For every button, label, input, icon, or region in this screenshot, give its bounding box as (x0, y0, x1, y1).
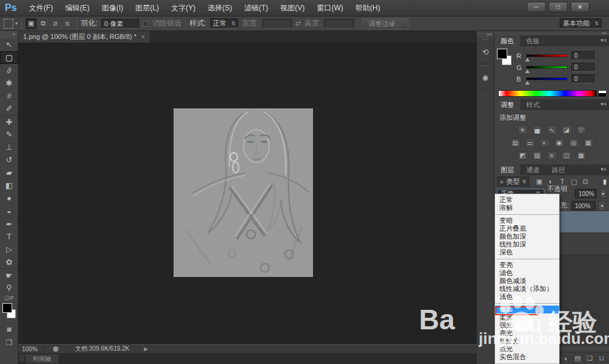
green-value-input[interactable]: 0 (571, 63, 594, 72)
crop-tool[interactable]: # (0, 89, 18, 102)
zoom-level[interactable]: 100% (18, 346, 44, 352)
fill-dropdown-icon[interactable]: ▾ (598, 201, 606, 211)
canvas-area[interactable] (18, 43, 477, 344)
color-balance-icon[interactable]: ⚌ (525, 138, 535, 147)
slider-thumb[interactable] (525, 69, 530, 73)
blend-mode-option[interactable]: 实色混合 (495, 353, 559, 361)
slider-thumb[interactable] (525, 58, 530, 61)
close-document-icon[interactable]: × (141, 31, 145, 43)
rectangular-marquee-tool[interactable]: ▢ (0, 51, 18, 64)
workspace-select[interactable]: 基本功能 ⇅ (560, 18, 602, 29)
filter-smart-objects-icon[interactable]: ⊡ (582, 177, 590, 186)
intersect-selection-button[interactable]: ⧅ (62, 18, 73, 29)
blend-mode-option[interactable]: 颜色减淡 (495, 277, 559, 285)
swap-dimensions-icon[interactable]: ⇄ (295, 19, 301, 27)
add-selection-button[interactable]: ⧉ (38, 18, 49, 29)
opacity-input[interactable]: 100% (575, 189, 596, 198)
blend-mode-option-overlay[interactable]: 叠加 (495, 306, 559, 313)
dock-expand-icon[interactable]: «« (477, 31, 494, 38)
height-input[interactable] (325, 19, 354, 29)
filter-pixel-layers-icon[interactable]: ▣ (535, 177, 543, 186)
menu-bar-item[interactable]: 视图(V) (274, 0, 311, 16)
foreground-color-swatch[interactable] (497, 49, 507, 59)
blend-mode-option[interactable]: 强光 (495, 321, 559, 329)
document-tab[interactable]: 1.png @ 100% (图层 0 副本, RGB/8) * × (18, 31, 150, 43)
menu-bar-item[interactable]: 图层(L) (129, 0, 165, 16)
slider-thumb[interactable] (525, 81, 530, 85)
black-white-icon[interactable]: ◐ (540, 138, 550, 147)
color-spectrum-ramp[interactable] (498, 90, 597, 97)
red-slider[interactable] (526, 54, 568, 57)
delete-layer-icon[interactable]: ⊔ (599, 354, 604, 362)
blend-mode-option[interactable]: 线性光 (495, 337, 559, 345)
menu-bar-item[interactable]: 图像(I) (96, 0, 129, 16)
hue-saturation-icon[interactable]: ▤ (510, 138, 521, 147)
move-tool[interactable]: ↖ (0, 38, 18, 51)
blend-mode-option[interactable]: 正常 (495, 196, 559, 204)
type-tool[interactable]: T (0, 230, 18, 243)
invert-icon[interactable]: ◩ (518, 151, 528, 160)
blend-mode-option[interactable]: 浅色 (495, 293, 559, 301)
eraser-tool[interactable]: ▰ (0, 166, 18, 179)
tab-layers[interactable]: 图层 (495, 164, 520, 175)
blend-mode-option[interactable]: 颜色加深 (495, 233, 559, 240)
history-brush-tool[interactable]: ↺ (0, 153, 18, 166)
opacity-dropdown-icon[interactable]: ▾ (600, 189, 607, 198)
blend-mode-option[interactable]: 变暗 (495, 217, 559, 225)
history-panel-button[interactable]: ⟲ (477, 42, 494, 64)
healing-brush-tool[interactable]: ✚ (0, 115, 18, 128)
style-select[interactable]: 正常 ⇅ (210, 18, 239, 29)
gradient-tool[interactable]: ◧ (0, 179, 18, 192)
layer-filter-type-select[interactable]: ⌕ 类型 ⇅ (497, 177, 529, 186)
posterize-icon[interactable]: ▨ (532, 151, 543, 160)
blend-mode-option[interactable]: 点光 (495, 345, 559, 353)
brightness-contrast-icon[interactable]: ☀ (518, 125, 528, 135)
new-selection-button[interactable]: ▣ (26, 18, 37, 29)
gradient-map-icon[interactable]: ▩ (576, 151, 586, 160)
hand-tool[interactable]: ☛ (0, 268, 18, 281)
blue-value-input[interactable]: 0 (571, 74, 594, 83)
properties-panel-button[interactable]: ✺ (477, 68, 494, 90)
blur-tool[interactable]: ● (0, 192, 18, 205)
tab-channels[interactable]: 通道 (520, 164, 546, 175)
lasso-tool[interactable]: ∂ (0, 64, 18, 77)
clone-stamp-tool[interactable]: ⊥ (0, 141, 18, 153)
width-input[interactable] (262, 19, 292, 29)
threshold-icon[interactable]: ≡ (547, 151, 557, 160)
menu-bar-item[interactable]: 编辑(E) (59, 0, 96, 16)
blend-mode-option[interactable]: 正片叠底 (495, 225, 559, 233)
tab-adjustments[interactable]: 调整 (495, 99, 520, 110)
close-button[interactable]: ✕ (571, 2, 590, 12)
foreground-color-swatch[interactable] (2, 303, 12, 313)
spectrum-bw-ends[interactable] (598, 90, 605, 97)
status-menu-arrow-icon[interactable]: ▶ (138, 346, 148, 352)
zoom-tool[interactable]: ⚲ (0, 281, 18, 294)
green-slider[interactable] (526, 66, 568, 69)
refine-edge-button[interactable]: 调整边缘… (362, 18, 409, 29)
red-value-input[interactable]: 0 (571, 51, 594, 60)
pen-tool[interactable]: ✒ (0, 217, 18, 230)
dodge-tool[interactable]: ◒ (0, 205, 18, 217)
new-group-icon[interactable]: ▤ (574, 354, 580, 362)
maximize-button[interactable]: □ (549, 2, 568, 12)
quick-selection-tool[interactable]: ✱ (0, 77, 18, 89)
blend-mode-option[interactable]: 线性减淡（添加） (495, 285, 559, 293)
channel-mixer-icon[interactable]: ◎ (569, 138, 579, 147)
antialias-checkbox[interactable] (143, 21, 149, 27)
menu-bar-item[interactable]: 帮助(H) (350, 0, 387, 16)
menu-bar-item[interactable]: 选择(S) (202, 0, 238, 16)
tab-styles[interactable]: 样式 (520, 99, 546, 110)
toolbar-collapse-icon[interactable]: » (0, 31, 18, 38)
photo-filter-icon[interactable]: ◉ (554, 138, 565, 147)
menu-bar-item[interactable]: 窗口(W) (311, 0, 349, 16)
color-lookup-icon[interactable]: ▦ (583, 138, 594, 147)
blend-mode-option[interactable]: 深色 (495, 248, 559, 256)
quick-mask-button[interactable]: ◙ (0, 323, 18, 336)
blend-mode-option[interactable]: 溶解 (495, 204, 559, 212)
curves-icon[interactable]: ∿ (547, 125, 557, 135)
blue-slider[interactable] (526, 77, 568, 80)
menu-bar-item[interactable]: 文字(Y) (165, 0, 202, 16)
panel-menu-icon[interactable]: ▾≡ (600, 166, 607, 172)
exposure-icon[interactable]: ◪ (561, 125, 572, 135)
blend-mode-option[interactable]: 变亮 (495, 261, 559, 269)
